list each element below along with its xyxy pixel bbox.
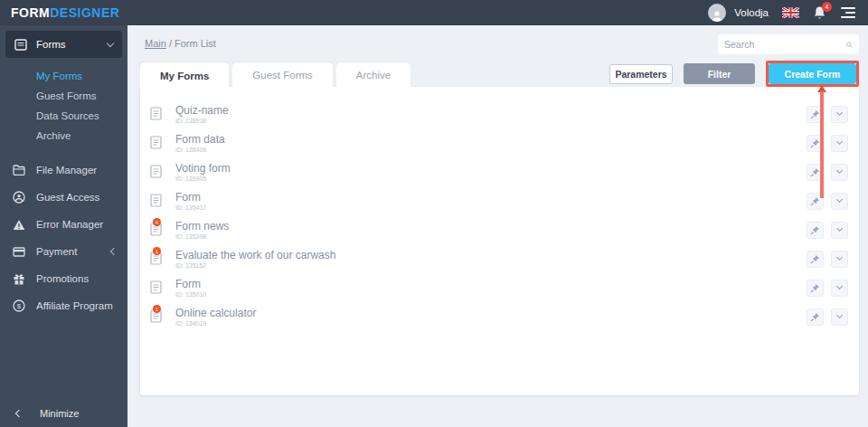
search-input[interactable] <box>724 39 846 50</box>
pin-button[interactable] <box>807 280 824 297</box>
chevron-down-icon <box>836 196 843 203</box>
guest-access-icon <box>13 191 25 204</box>
tab-guest-forms[interactable]: Guest Forms <box>232 62 332 88</box>
expand-row-button[interactable] <box>831 193 848 210</box>
sidebar-item-payment[interactable]: Payment <box>0 238 127 265</box>
sidebar-item-file-manager[interactable]: File Manager <box>0 157 127 184</box>
payment-label: Payment <box>36 246 111 257</box>
notifications-bell-icon[interactable]: 4 <box>813 5 827 20</box>
sidebar-item-archive[interactable]: Archive <box>0 126 127 146</box>
expand-row-button[interactable] <box>831 135 848 152</box>
unread-count-badge: 1 <box>153 305 161 313</box>
pin-icon <box>810 167 820 177</box>
chevron-down-icon <box>107 39 114 46</box>
pin-button[interactable] <box>807 251 824 268</box>
sidebar-item-guest-forms[interactable]: Guest Forms <box>0 86 127 106</box>
pin-icon <box>810 225 820 235</box>
person-icon <box>711 9 723 22</box>
expand-row-button[interactable] <box>831 280 848 297</box>
form-id: ID: 138938 <box>175 118 807 124</box>
pin-button[interactable] <box>807 193 824 210</box>
affiliate-program-icon: $ <box>13 299 25 312</box>
form-name-link[interactable]: Form <box>175 279 807 289</box>
form-name-link[interactable]: Form data <box>175 134 807 145</box>
language-flag-icon[interactable] <box>782 7 799 18</box>
main-content: Main / Form List My Forms Guest Forms Ar… <box>127 25 868 427</box>
file-manager-icon <box>13 165 25 176</box>
form-id: ID: 136905 <box>175 176 807 182</box>
tab-bar: My Forms Guest Forms Archive <box>140 62 410 89</box>
chevron-down-icon <box>836 225 843 232</box>
pin-button[interactable] <box>807 135 824 152</box>
expand-row-button[interactable] <box>831 222 848 239</box>
sidebar-item-my-forms[interactable]: My Forms <box>0 66 127 86</box>
form-name-link[interactable]: Evaluate the work of our carwash <box>175 250 807 261</box>
user-avatar[interactable] <box>708 4 726 22</box>
topbar: FORMDESIGNER Volodja 4 <box>0 0 868 25</box>
create-form-annotation-box: Create Form <box>766 61 859 87</box>
form-id: ID: 135398 <box>175 233 807 240</box>
chevron-left-icon <box>15 410 23 417</box>
unread-count-badge: 1 <box>153 247 161 255</box>
form-name-link[interactable]: Form <box>175 192 807 203</box>
form-row: Form dataID: 138409 <box>140 128 859 157</box>
document-icon <box>150 165 162 178</box>
form-name-link[interactable]: Form news <box>175 221 807 232</box>
document-icon <box>150 136 162 149</box>
document-icon <box>150 280 162 294</box>
chevron-down-icon <box>836 138 843 145</box>
filter-button[interactable]: Filter <box>684 63 755 84</box>
sidebar: Forms My Forms Guest Forms Data Sources … <box>0 25 127 427</box>
expand-row-button[interactable] <box>831 308 848 326</box>
sidebar-minimize-button[interactable]: Minimize <box>0 402 127 425</box>
form-name-link[interactable]: Online calculator <box>175 308 807 318</box>
svg-text:$: $ <box>17 302 22 310</box>
breadcrumb-separator: / <box>166 38 175 49</box>
form-id: ID: 138409 <box>175 147 807 153</box>
pin-button[interactable] <box>807 106 824 123</box>
form-row: 1 Evaluate the work of our carwashID: 13… <box>140 244 859 273</box>
form-id: ID: 135437 <box>175 204 807 211</box>
sidebar-item-data-sources[interactable]: Data Sources <box>0 106 127 126</box>
chevron-down-icon <box>836 109 843 116</box>
toolbar: Parameters Filter Create Form <box>609 61 859 87</box>
promotions-label: Promotions <box>36 273 117 284</box>
promotions-gift-icon <box>13 273 25 285</box>
document-icon <box>150 194 162 207</box>
sidebar-item-forms[interactable]: Forms <box>5 31 122 58</box>
breadcrumb-main-link[interactable]: Main <box>145 38 166 49</box>
expand-row-button[interactable] <box>831 106 848 123</box>
tab-my-forms[interactable]: My Forms <box>140 62 229 89</box>
sidebar-item-affiliate-program[interactable]: $ Affiliate Program <box>0 292 127 319</box>
pin-button[interactable] <box>807 164 824 181</box>
tab-archive[interactable]: Archive <box>336 62 410 88</box>
menu-hamburger-icon[interactable] <box>841 7 855 18</box>
expand-row-button[interactable] <box>831 164 848 181</box>
pin-icon <box>810 283 820 293</box>
document-icon <box>150 107 162 120</box>
expand-row-button[interactable] <box>831 251 848 268</box>
form-row: FormID: 135010 <box>140 273 859 302</box>
form-id: ID: 135010 <box>175 291 807 298</box>
form-name-link[interactable]: Quiz-name <box>175 105 807 116</box>
search-icon[interactable] <box>846 39 853 51</box>
sidebar-item-guest-access[interactable]: Guest Access <box>0 184 127 211</box>
create-form-button[interactable]: Create Form <box>769 63 856 84</box>
sidebar-item-error-manager[interactable]: Error Manager <box>0 211 127 238</box>
pin-icon <box>810 109 820 119</box>
form-name-link[interactable]: Voting form <box>175 163 807 174</box>
pin-icon <box>810 196 820 206</box>
chevron-down-icon <box>836 167 843 174</box>
sidebar-item-promotions[interactable]: Promotions <box>0 265 127 292</box>
parameters-button[interactable]: Parameters <box>609 64 673 84</box>
chevron-down-icon <box>836 283 843 289</box>
app-logo: FORMDESIGNER <box>11 5 119 20</box>
pin-icon <box>810 254 820 264</box>
pin-button[interactable] <box>807 222 824 239</box>
minimize-label: Minimize <box>40 408 79 419</box>
user-name[interactable]: Volodja <box>734 7 769 18</box>
pin-button[interactable] <box>807 308 824 326</box>
breadcrumb-current: Form List <box>175 38 216 49</box>
form-id: ID: 135152 <box>175 262 807 269</box>
search-box <box>718 34 859 54</box>
